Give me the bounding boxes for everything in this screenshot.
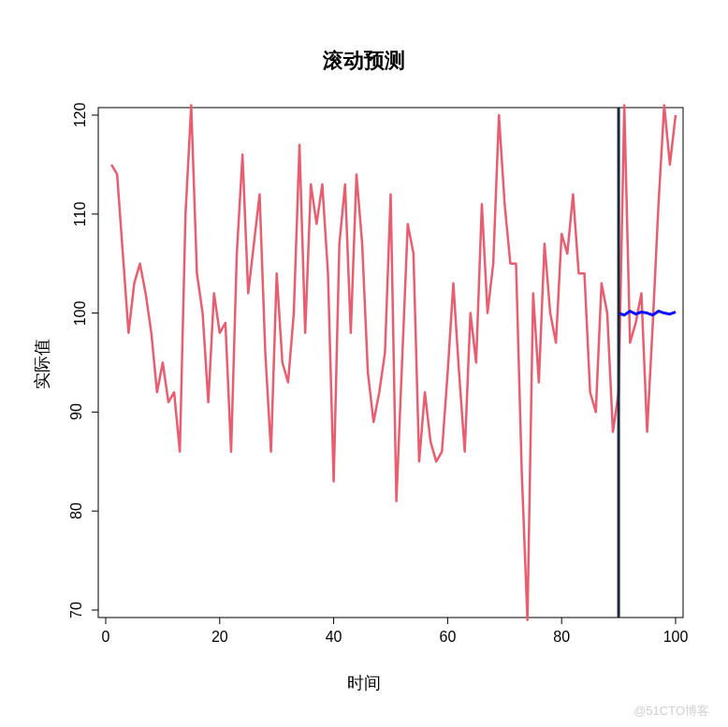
series-group (111, 105, 676, 619)
x-tick-label: 20 (211, 629, 228, 646)
plot-area (98, 108, 683, 618)
x-tick-label: 100 (663, 629, 689, 646)
y-axis-label: 实际值 (31, 339, 53, 389)
y-tick-label: 70 (68, 602, 85, 618)
chart-container: 滚动预测 实际值 时间 020406080100 708090100110120… (0, 0, 728, 727)
x-tick-label: 40 (326, 629, 342, 646)
x-axis-label: 时间 (0, 672, 728, 694)
x-tick-label: 0 (102, 629, 110, 646)
series-actual (111, 105, 676, 619)
y-tick-group (92, 115, 98, 610)
y-tick-label: 80 (68, 502, 85, 519)
series-forecast (619, 311, 676, 314)
chart-title: 滚动预测 (0, 47, 728, 75)
plot-svg (98, 108, 683, 618)
y-tick-label: 120 (72, 103, 89, 128)
watermark: @51CTO博客 (633, 703, 709, 720)
y-tick-label: 100 (72, 300, 89, 326)
y-tick-label: 110 (72, 201, 89, 226)
x-tick-label: 80 (553, 629, 570, 646)
x-tick-group (106, 618, 676, 624)
y-tick-label: 90 (68, 403, 85, 420)
x-tick-label: 60 (439, 629, 456, 646)
